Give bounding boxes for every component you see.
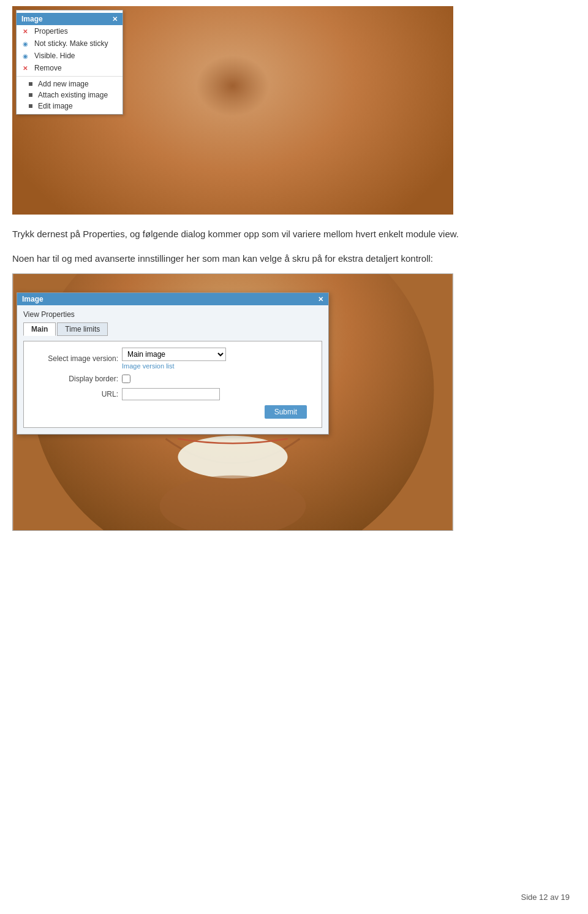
context-menu-add-image[interactable]: Add new image (17, 78, 123, 89)
svg-point-3 (206, 107, 228, 120)
display-border-checkbox[interactable] (122, 375, 130, 383)
context-menu-not-sticky[interactable]: ◉ Not sticky. Make sticky (17, 37, 123, 50)
tab-main[interactable]: Main (23, 322, 56, 336)
svg-point-2 (205, 70, 254, 132)
tab-main-label: Main (31, 325, 48, 333)
remove-icon: ✕ (23, 65, 31, 72)
bottom-face-image: Image ✕ View Properties Main Time limits (12, 273, 453, 531)
add-image-bullet (29, 82, 32, 86)
image-version-list-link[interactable]: Image version list (122, 362, 226, 370)
select-image-version[interactable]: Main image (122, 348, 226, 361)
top-face-image: Image ✕ ✕ Properties ◉ Not sticky. Make … (12, 6, 453, 215)
tab-time-limits[interactable]: Time limits (57, 322, 108, 336)
context-menu-visible[interactable]: ◉ Visible. Hide (17, 50, 123, 62)
properties-icon: ✕ (23, 28, 31, 35)
context-menu-edit-image[interactable]: Edit image (17, 101, 123, 112)
form-row-url: URL: (32, 388, 313, 400)
dialog-section-label: View Properties (23, 310, 322, 319)
visible-icon: ◉ (23, 53, 31, 59)
context-menu-close[interactable]: ✕ (112, 15, 118, 23)
select-version-wrapper: Main image Image version list (122, 348, 226, 370)
context-menu-titlebar: Image ✕ (17, 13, 123, 25)
top-image-section: Image ✕ ✕ Properties ◉ Not sticky. Make … (12, 6, 576, 215)
dialog-close[interactable]: ✕ (318, 295, 323, 303)
properties-label: Properties (34, 27, 68, 36)
remove-label: Remove (34, 64, 62, 72)
url-label: URL: (32, 390, 118, 398)
visible-label: Visible. Hide (34, 51, 75, 60)
not-sticky-label: Not sticky. Make sticky (34, 39, 108, 48)
submit-button[interactable]: Submit (265, 405, 307, 419)
page-number: Side 12 av 19 (521, 893, 570, 902)
context-menu-divider (17, 76, 123, 77)
select-version-label: Select image version: (32, 354, 118, 363)
dialog-title-text: Image (22, 295, 43, 303)
form-row-display-border: Display border: (32, 375, 313, 383)
form-row-select-version: Select image version: Main image Image v… (32, 348, 313, 370)
svg-point-13 (178, 436, 287, 479)
svg-point-4 (231, 107, 253, 120)
context-menu-attach-image[interactable]: Attach existing image (17, 89, 123, 101)
dialog-tab-content: Select image version: Main image Image v… (23, 341, 322, 428)
not-sticky-icon: ◉ (23, 40, 31, 47)
dialog-tabs: Main Time limits (23, 322, 322, 336)
page-footer: Side 12 av 19 (521, 893, 570, 902)
svg-point-5 (184, 150, 282, 187)
context-menu-properties[interactable]: ✕ Properties (17, 25, 123, 37)
submit-row: Submit (32, 405, 313, 419)
add-image-label: Add new image (38, 80, 89, 88)
description-text-1: Trykk dernest på Properties, og følgende… (12, 227, 576, 242)
properties-dialog: Image ✕ View Properties Main Time limits (17, 292, 329, 435)
display-border-label: Display border: (32, 375, 118, 383)
url-input[interactable] (122, 388, 220, 400)
dialog-content: View Properties Main Time limits Select … (17, 305, 328, 434)
context-menu-remove[interactable]: ✕ Remove (17, 62, 123, 74)
second-image-section: Image ✕ View Properties Main Time limits (12, 273, 576, 531)
edit-image-bullet (29, 104, 32, 108)
edit-image-label: Edit image (38, 102, 73, 110)
page-container: Image ✕ ✕ Properties ◉ Not sticky. Make … (0, 0, 588, 914)
attach-image-label: Attach existing image (38, 91, 108, 99)
description-text-2: Noen har til og med avanserte innstillin… (12, 251, 576, 266)
svg-point-7 (282, 67, 404, 166)
context-menu: Image ✕ ✕ Properties ◉ Not sticky. Make … (16, 10, 123, 115)
dialog-titlebar: Image ✕ (17, 293, 328, 305)
tab-time-limits-label: Time limits (65, 325, 100, 333)
attach-image-bullet (29, 93, 32, 97)
context-menu-title-text: Image (21, 15, 43, 23)
